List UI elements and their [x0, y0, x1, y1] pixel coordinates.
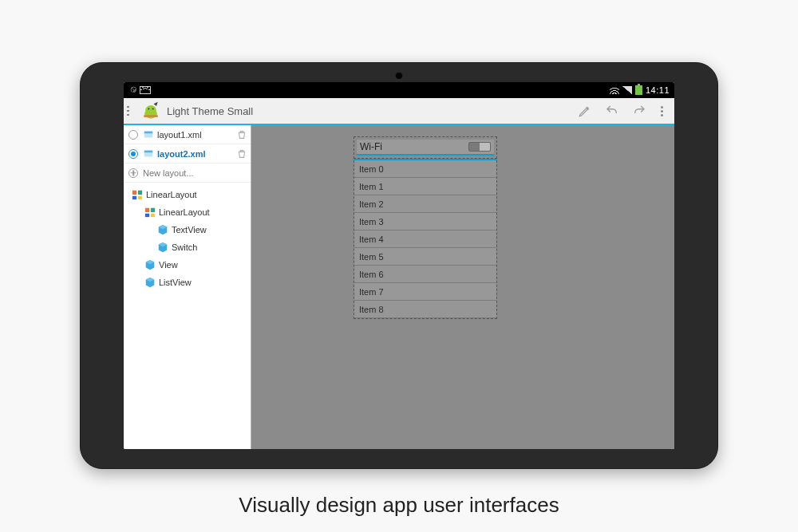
tree-node-label: View: [159, 260, 178, 270]
svg-rect-3: [144, 115, 158, 117]
list-item-label: Item 6: [359, 270, 384, 279]
file-name: layout1.xml: [157, 130, 236, 140]
tree-node[interactable]: LinearLayout: [124, 203, 251, 221]
svg-rect-7: [144, 150, 153, 152]
design-canvas[interactable]: Wi-Fi Item 0 Item 1 Item 2 Item 3 Item 4…: [251, 125, 674, 449]
delete-icon[interactable]: [236, 148, 247, 160]
layout-preview[interactable]: Wi-Fi Item 0 Item 1 Item 2 Item 3 Item 4…: [354, 136, 497, 319]
tree-node-label: LinearLayout: [146, 190, 197, 199]
undo-icon[interactable]: [605, 104, 619, 118]
list-item[interactable]: Item 1: [354, 178, 496, 195]
statusbar: 14:11: [124, 82, 674, 98]
svg-point-1: [148, 108, 150, 110]
list-item[interactable]: Item 2: [354, 195, 496, 213]
svg-rect-8: [132, 191, 136, 195]
edit-icon[interactable]: [578, 104, 592, 118]
tree-node-label: TextView: [172, 225, 207, 234]
preview-header[interactable]: Wi-Fi: [357, 140, 494, 156]
switch-icon[interactable]: [468, 142, 491, 152]
list-item[interactable]: Item 6: [354, 266, 496, 283]
mail-icon: [140, 86, 151, 94]
drawer-icon[interactable]: [124, 106, 136, 116]
list-item[interactable]: Item 8: [354, 301, 496, 318]
app-icon[interactable]: [140, 100, 162, 122]
widget-icon: [144, 277, 156, 288]
preview-listview[interactable]: Item 0 Item 1 Item 2 Item 3 Item 4 Item …: [354, 160, 497, 319]
list-item-label: Item 4: [359, 234, 384, 244]
signal-icon: [622, 86, 632, 94]
svg-rect-10: [132, 196, 136, 199]
file-name: layout2.xml: [157, 149, 236, 159]
overflow-icon[interactable]: [659, 106, 665, 116]
svg-rect-15: [151, 214, 155, 217]
tree-node-label: LinearLayout: [159, 207, 210, 217]
tablet-frame: 14:11 Light Theme Small: [80, 62, 718, 469]
action-bar: Light Theme Small: [124, 98, 674, 125]
widget-tree: LinearLayout LinearLayout TextView: [124, 183, 251, 294]
battery-icon: [635, 85, 642, 95]
preview-header-text: Wi-Fi: [360, 141, 468, 152]
svg-rect-14: [145, 214, 149, 217]
list-item[interactable]: Item 5: [354, 248, 496, 266]
svg-rect-5: [144, 131, 153, 133]
tree-node[interactable]: TextView: [124, 221, 251, 238]
list-item-label: Item 3: [359, 217, 384, 227]
file-row[interactable]: layout1.xml: [124, 125, 251, 144]
list-item-label: Item 7: [359, 287, 384, 297]
tree-node-label: Switch: [172, 242, 197, 252]
file-row[interactable]: layout2.xml: [124, 144, 251, 164]
svg-rect-13: [151, 208, 155, 212]
sidebar: layout1.xml layout2.xml New layout...: [124, 125, 251, 449]
list-item[interactable]: Item 4: [354, 231, 496, 248]
svg-point-2: [152, 108, 154, 110]
list-item-label: Item 5: [359, 252, 384, 262]
svg-rect-12: [145, 208, 149, 212]
action-bar-title: Light Theme Small: [165, 105, 578, 117]
list-item-label: Item 1: [359, 182, 384, 191]
wifi-icon: [610, 86, 619, 94]
radio-icon[interactable]: [128, 149, 138, 159]
new-layout-label: New layout...: [143, 168, 247, 178]
file-icon: [143, 129, 154, 140]
tree-node-label: ListView: [159, 278, 192, 287]
clock: 14:11: [646, 85, 670, 95]
svg-rect-11: [138, 196, 142, 199]
page-caption: Visually design app user interfaces: [0, 493, 798, 518]
list-item[interactable]: Item 0: [354, 160, 496, 178]
list-item-label: Item 2: [359, 199, 384, 209]
file-list: layout1.xml layout2.xml New layout...: [124, 125, 251, 183]
layout-icon: [132, 189, 143, 200]
new-layout-row[interactable]: New layout...: [124, 164, 251, 183]
add-icon[interactable]: [128, 168, 138, 178]
tree-node[interactable]: ListView: [124, 274, 251, 291]
usb-icon: [128, 85, 136, 96]
widget-icon: [157, 224, 168, 235]
redo-icon[interactable]: [632, 104, 646, 118]
tree-node[interactable]: LinearLayout: [124, 186, 251, 203]
file-icon: [143, 148, 154, 160]
tree-node[interactable]: Switch: [124, 238, 251, 256]
widget-icon: [144, 259, 156, 270]
list-item[interactable]: Item 7: [354, 283, 496, 301]
layout-icon: [144, 207, 156, 218]
tree-node[interactable]: View: [124, 256, 251, 274]
list-item-label: Item 0: [359, 164, 384, 174]
delete-icon[interactable]: [236, 129, 247, 140]
svg-rect-9: [138, 191, 142, 195]
list-item-label: Item 8: [359, 305, 384, 314]
widget-icon: [157, 242, 168, 253]
radio-icon[interactable]: [128, 130, 138, 140]
list-item[interactable]: Item 3: [354, 213, 496, 231]
screen: 14:11 Light Theme Small: [124, 82, 674, 449]
